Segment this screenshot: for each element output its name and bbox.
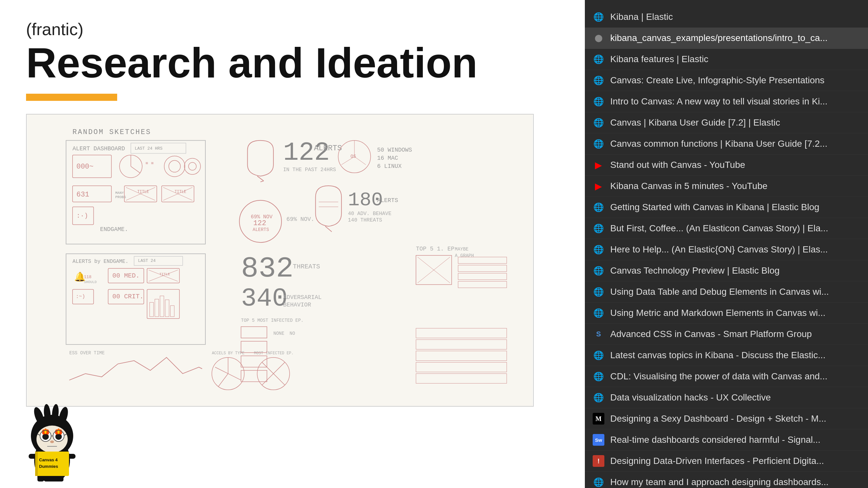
bookmark-item[interactable]: 🌐How my team and I approach designing da… [585, 472, 868, 488]
svg-text:THREATS: THREATS [293, 263, 320, 270]
medium-icon: M [593, 413, 604, 425]
globe-icon: 🌐 [593, 223, 604, 234]
svg-text:6 LINUX: 6 LINUX [377, 163, 402, 169]
bookmark-item[interactable]: 🌐Canvas | Kibana User Guide [7.2] | Elas… [585, 112, 868, 133]
svg-text:140 THREATS: 140 THREATS [348, 217, 382, 223]
sketch-svg: RANDOM SKETCHES ALERT DASHBOARD LAST 24 … [27, 115, 533, 406]
svg-text:122: 122 [253, 219, 266, 227]
bookmark-item[interactable]: 🌐Intro to Canvas: A new way to tell visu… [585, 91, 868, 112]
bookmark-label: How my team and I approach designing das… [610, 477, 829, 487]
globe-icon: 🌐 [593, 53, 604, 65]
svg-text:340: 340 [241, 284, 288, 313]
svg-text:ESS OVER TIME: ESS OVER TIME [69, 350, 105, 356]
elastic-icon: S [593, 328, 604, 340]
bookmark-label: kibana_canvas_examples/presentations/int… [610, 33, 828, 43]
globe-icon: 🌐 [593, 117, 604, 129]
globe-icon: 🌐 [593, 307, 604, 319]
svg-text:ALERTS: ALERTS [253, 227, 269, 232]
bookmark-label: Canvas: Create Live, Infographic-Style P… [610, 75, 825, 86]
bookmark-item[interactable]: 🌐Canvas: Create Live, Infographic-Style … [585, 70, 868, 91]
svg-text:≡: ≡ [151, 161, 154, 166]
bookmark-item[interactable]: ▶Kibana Canvas in 5 minutes - YouTube [585, 176, 868, 197]
accent-bar [26, 94, 117, 101]
bookmark-item[interactable]: 🌐Canvas common functions | Kibana User G… [585, 133, 868, 155]
bookmark-item[interactable]: 🌐Getting Started with Canvas in Kibana |… [585, 197, 868, 218]
svg-text:118: 118 [84, 274, 91, 280]
bookmark-item[interactable]: SwReal-time dashboards considered harmfu… [585, 429, 868, 451]
bookmark-item[interactable]: 🌐Using Metric and Markdown Elements in C… [585, 302, 868, 324]
svg-text:16 MAC: 16 MAC [377, 155, 398, 161]
bookmarks-panel[interactable]: 🌐Kibana | Elastic⬤kibana_canvas_examples… [585, 0, 868, 488]
bookmark-item[interactable]: ⬤kibana_canvas_examples/presentations/in… [585, 28, 868, 49]
bookmark-label: But First, Coffee... (An Elasticon Canva… [610, 223, 828, 234]
svg-text:ALERT DASHBOARD: ALERT DASHBOARD [72, 145, 125, 152]
bookmark-item[interactable]: 🌐Data visualization hacks - UX Collectiv… [585, 387, 868, 408]
youtube-icon: ▶ [593, 159, 604, 171]
bookmark-label: Designing a Sexy Dashboard - Design + Sk… [610, 414, 826, 424]
bookmark-label: Using Data Table and Debug Elements in C… [610, 287, 829, 297]
bookmark-item[interactable]: !Designing Data-Driven Interfaces - Perf… [585, 451, 868, 472]
svg-text:ACCELS BY TYPE: ACCELS BY TYPE [212, 351, 244, 356]
mascot: Canvas 4 Dummies [13, 397, 91, 482]
svg-text:LAST 24 HRS: LAST 24 HRS [135, 146, 163, 151]
globe-icon: 🌐 [593, 96, 604, 107]
perficient-icon: ! [593, 455, 604, 467]
svg-text:TITLE: TITLE [175, 190, 186, 194]
svg-text:122: 122 [283, 138, 330, 167]
svg-text:ALERTS: ALERTS [314, 144, 342, 153]
svg-text::·): :·) [76, 212, 88, 220]
globe-icon: 🌐 [593, 138, 604, 150]
svg-text:50 WINDOWS: 50 WINDOWS [377, 147, 412, 153]
globe-icon: 🌐 [593, 349, 604, 361]
globe-icon: 🌐 [593, 370, 604, 382]
svg-text:ENDGAME.: ENDGAME. [100, 226, 128, 233]
svg-text:BEHAVIOR: BEHAVIOR [283, 301, 311, 308]
bookmark-item[interactable]: 🌐Latest canvas topics in Kibana - Discus… [585, 345, 868, 366]
svg-text:TITLE: TITLE [137, 190, 149, 194]
youtube-icon: ▶ [593, 180, 604, 192]
globe-icon: 🌐 [593, 201, 604, 213]
globe-icon: 🌐 [593, 476, 604, 488]
svg-text:NONE: NONE [273, 331, 284, 336]
globe-icon: 🌐 [593, 286, 604, 298]
bookmark-label: Using Metric and Markdown Elements in Ca… [610, 308, 825, 318]
bookmark-label: Real-time dashboards considered harmful … [610, 435, 820, 445]
bookmark-label: Here to Help... (An Elastic{ON} Canvas S… [610, 244, 828, 255]
bookmark-label: Stand out with Canvas - YouTube [610, 160, 745, 170]
bookmark-label: Canvas | Kibana User Guide [7.2] | Elast… [610, 118, 780, 128]
svg-text:832: 832 [241, 252, 293, 285]
bookmark-item[interactable]: 🌐Here to Help... (An Elastic{ON} Canvas … [585, 239, 868, 260]
svg-text:MOST INFECTED EP.: MOST INFECTED EP. [254, 351, 293, 356]
page-icon: ⬤ [593, 32, 604, 44]
svg-text:TOP 5 1. EP: TOP 5 1. EP [416, 246, 454, 252]
subtitle: (frantic) [26, 20, 560, 39]
svg-text:69% NOV: 69% NOV [251, 214, 272, 220]
bookmark-item[interactable]: 🌐But First, Coffee... (An Elasticon Canv… [585, 218, 868, 239]
bookmark-item[interactable]: MDesigning a Sexy Dashboard - Design + S… [585, 408, 868, 429]
svg-text:IN THE PAST 24HRS: IN THE PAST 24HRS [283, 167, 336, 173]
globe-icon: 🌐 [593, 74, 604, 86]
sketch-whiteboard: RANDOM SKETCHES ALERT DASHBOARD LAST 24 … [26, 114, 534, 407]
bookmark-item[interactable]: SAdvanced CSS in Canvas - Smart Platform… [585, 324, 868, 345]
svg-text:Canvas 4: Canvas 4 [39, 457, 58, 462]
bookmark-item[interactable]: 🌐Kibana features | Elastic [585, 49, 868, 70]
svg-text:SHOULD: SHOULD [84, 280, 97, 284]
svg-text::~): :~) [76, 294, 85, 300]
bookmark-item[interactable]: ▶Stand out with Canvas - YouTube [585, 155, 868, 176]
svg-rect-144 [35, 452, 38, 476]
svg-text:≡: ≡ [146, 161, 148, 166]
svg-text:LAST 24: LAST 24 [138, 258, 156, 263]
svg-text:Dummies: Dummies [39, 464, 58, 469]
globe-icon: 🌐 [593, 265, 604, 276]
svg-text:ALERTS by ENDGAME.: ALERTS by ENDGAME. [72, 259, 129, 264]
svg-text:MAYBE: MAYBE [455, 247, 469, 252]
bookmark-item[interactable]: 🌐Kibana | Elastic [585, 6, 868, 28]
svg-text:00 CRIT.: 00 CRIT. [112, 293, 144, 300]
bookmark-label: CDL: Visualising the power of data with … [610, 371, 827, 382]
bookmark-label: Canvas Technology Preview | Elastic Blog [610, 265, 779, 276]
bookmark-item[interactable]: 🌐Using Data Table and Debug Elements in … [585, 282, 868, 302]
svg-text:A GRAPH: A GRAPH [455, 253, 474, 258]
bookmark-item[interactable]: 🌐CDL: Visualising the power of data with… [585, 366, 868, 387]
bookmark-item[interactable]: 🌐Canvas Technology Preview | Elastic Blo… [585, 260, 868, 282]
bookmark-label: Designing Data-Driven Interfaces - Perfi… [610, 456, 824, 466]
